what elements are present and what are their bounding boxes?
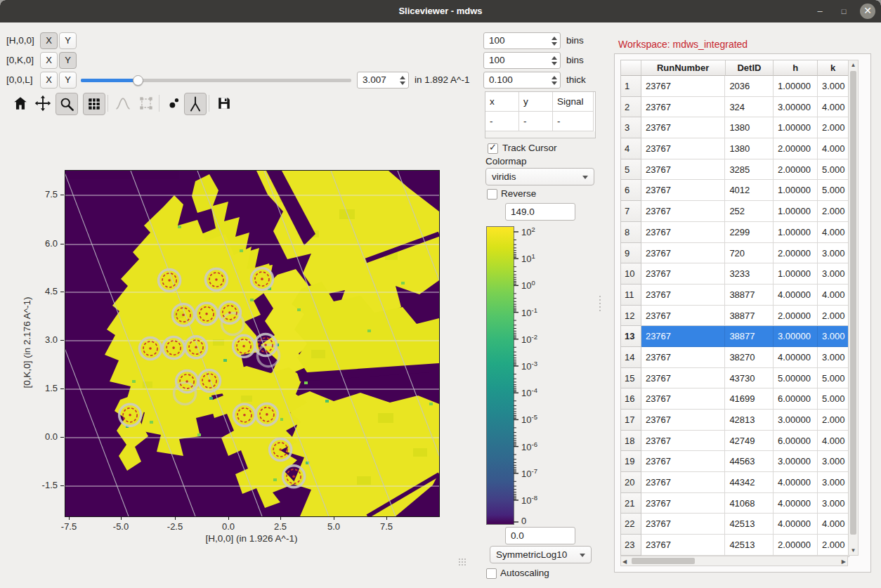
table-cell[interactable]: 2.00000: [774, 306, 818, 327]
row-header[interactable]: 16: [621, 388, 641, 410]
table-row[interactable]: 2223767425134.000004.000: [621, 514, 849, 535]
table-cell[interactable]: 2.00000: [774, 535, 818, 556]
table-cell[interactable]: 5.000: [818, 388, 849, 410]
hscroll-thumb[interactable]: [632, 558, 695, 564]
table-cell[interactable]: 23767: [641, 451, 725, 472]
table-cell[interactable]: 720: [725, 243, 774, 264]
maximize-icon[interactable]: □: [836, 4, 851, 19]
x-bins-value[interactable]: 100: [484, 33, 548, 48]
table-cell[interactable]: 44342: [725, 472, 774, 493]
table-cell[interactable]: 4.000: [818, 138, 849, 159]
table-cell[interactable]: 4012: [725, 180, 774, 201]
table-cell[interactable]: 252: [725, 201, 774, 222]
table-cell[interactable]: 6.00000: [774, 431, 818, 452]
table-cell[interactable]: 38877: [725, 285, 774, 306]
table-cell[interactable]: 4.000: [818, 514, 849, 535]
y-bins-arrows[interactable]: [548, 53, 560, 68]
table-cell[interactable]: 23767: [641, 493, 725, 514]
colorbar-min-input[interactable]: 0.0: [505, 527, 575, 544]
non-orthogonal-axes-button[interactable]: [184, 93, 207, 115]
table-cell[interactable]: 23767: [641, 243, 725, 264]
resize-grip[interactable]: [459, 558, 467, 567]
table-cell[interactable]: 23767: [641, 201, 725, 222]
row-header[interactable]: 13: [621, 326, 641, 347]
table-row[interactable]: 12376720361.000003.000: [621, 76, 849, 97]
slice-slider-handle[interactable]: [133, 75, 143, 86]
table-cell[interactable]: 2.000: [818, 117, 849, 138]
table-cell[interactable]: 3.00000: [774, 410, 818, 431]
y-bins-spinbox[interactable]: 100: [483, 52, 561, 69]
table-cell[interactable]: 23767: [641, 97, 725, 118]
table-cell[interactable]: 2.000: [818, 535, 849, 556]
table-cell[interactable]: 2.00000: [774, 138, 818, 159]
table-cell[interactable]: 3.000: [818, 326, 849, 347]
table-cell[interactable]: 23767: [641, 368, 725, 389]
table-row[interactable]: 2123767410684.000003.000: [621, 493, 849, 514]
table-cell[interactable]: 23767: [641, 159, 725, 181]
scroll-right-icon[interactable]: ▶: [842, 558, 846, 565]
dim-h-y-button[interactable]: Y: [59, 32, 77, 49]
table-cell[interactable]: 23767: [641, 326, 725, 347]
colorbar-max-input[interactable]: 149.0: [505, 203, 575, 221]
row-header[interactable]: 8: [621, 222, 641, 243]
row-header[interactable]: 3: [621, 117, 641, 138]
column-header-k[interactable]: k: [818, 60, 849, 76]
scroll-left-icon[interactable]: ◀: [622, 558, 627, 565]
table-row[interactable]: 42376713802.000004.000: [621, 138, 849, 159]
table-cell[interactable]: 3.000: [818, 493, 849, 514]
dim-l-x-button[interactable]: X: [40, 72, 58, 89]
table-cell[interactable]: 1.00000: [774, 76, 818, 97]
table-cell[interactable]: 4.000: [818, 431, 849, 452]
table-cell[interactable]: 3.000: [818, 451, 849, 472]
table-cell[interactable]: 23767: [641, 388, 725, 410]
table-row[interactable]: 7237672521.000002.000: [621, 201, 849, 222]
row-header[interactable]: 4: [621, 138, 641, 159]
row-header[interactable]: 7: [621, 201, 641, 222]
scale-type-select[interactable]: SymmetricLog10: [490, 546, 592, 563]
row-header[interactable]: 5: [621, 159, 641, 181]
table-cell[interactable]: 23767: [641, 263, 725, 285]
overlay-peaks-button[interactable]: [164, 93, 185, 114]
table-cell[interactable]: 23767: [641, 285, 725, 306]
slice-value[interactable]: 3.007: [358, 72, 396, 88]
table-cell[interactable]: 3.00000: [774, 451, 818, 472]
table-cell[interactable]: 3.000: [818, 347, 849, 368]
table-cell[interactable]: 23767: [641, 306, 725, 327]
table-row[interactable]: 1823767427496.000004.000: [621, 431, 849, 452]
scroll-up-icon[interactable]: ▲: [849, 62, 858, 68]
table-row[interactable]: 82376722991.000004.000: [621, 222, 849, 243]
table-cell[interactable]: 4.000: [818, 222, 849, 243]
table-cell[interactable]: 3.000: [818, 76, 849, 97]
row-header[interactable]: 23: [621, 535, 641, 556]
table-cell[interactable]: 5.000: [818, 368, 849, 389]
table-cell[interactable]: 4.00000: [774, 514, 818, 535]
table-cell[interactable]: 23767: [641, 222, 725, 243]
splitter-handle[interactable]: [599, 296, 601, 311]
table-row[interactable]: 2237673243.000004.000: [621, 97, 849, 118]
peaks-table[interactable]: RunNumberDetIDhk12376720361.000003.00022…: [620, 60, 849, 557]
table-row[interactable]: 2023767443424.000003.000: [621, 472, 849, 493]
close-icon[interactable]: ✕: [860, 4, 875, 19]
table-cell[interactable]: 41068: [725, 493, 774, 514]
table-cell[interactable]: 42513: [725, 514, 774, 535]
table-cell[interactable]: 2.000: [818, 410, 849, 431]
table-cell[interactable]: 5.000: [818, 159, 849, 181]
heatmap-canvas[interactable]: [65, 171, 439, 516]
table-row[interactable]: 32376713801.000002.000: [621, 117, 849, 138]
table-row[interactable]: 1423767382704.000003.000: [621, 347, 849, 368]
table-cell[interactable]: 4.00000: [774, 472, 818, 493]
table-cell[interactable]: 23767: [641, 117, 725, 138]
dim-l-y-button[interactable]: Y: [59, 72, 77, 89]
row-header[interactable]: 22: [621, 514, 641, 535]
row-header[interactable]: 21: [621, 493, 641, 514]
autoscaling-checkbox[interactable]: [486, 568, 497, 579]
row-header[interactable]: 2: [621, 97, 641, 118]
column-header-detid[interactable]: DetID: [726, 60, 774, 76]
dim-k-y-button[interactable]: Y: [59, 52, 77, 69]
table-cell[interactable]: 38877: [725, 326, 774, 347]
slice-value-spinbox[interactable]: 3.007: [357, 72, 409, 89]
table-row[interactable]: 102376732331.000003.000: [621, 263, 849, 285]
home-button[interactable]: [10, 93, 31, 114]
table-cell[interactable]: 1.00000: [774, 117, 818, 138]
table-cell[interactable]: 4.00000: [774, 493, 818, 514]
